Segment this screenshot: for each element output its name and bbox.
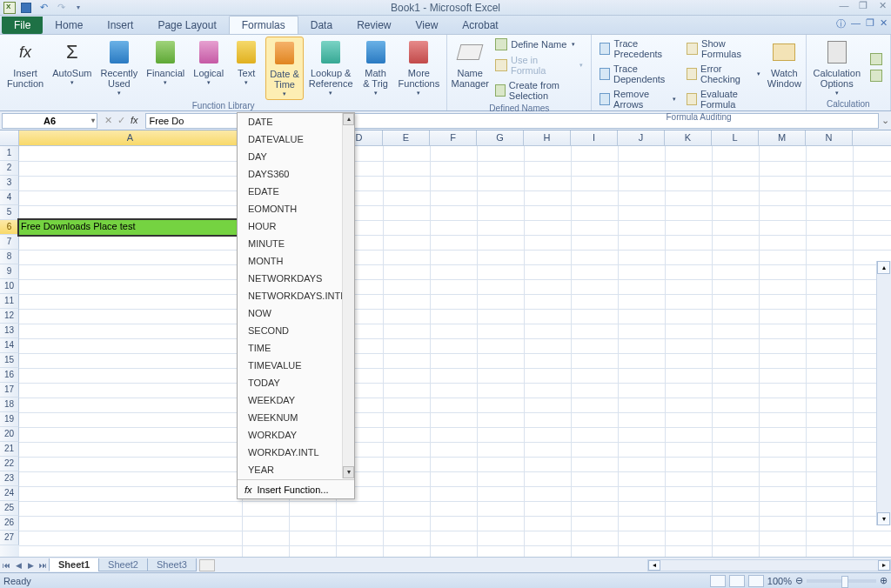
dropdown-item-second[interactable]: SECOND [238,322,342,339]
select-all-corner[interactable] [0,130,19,145]
qat-customize[interactable]: ▾ [71,1,85,15]
close-button[interactable]: ✕ [875,0,889,12]
dropdown-item-year[interactable]: YEAR [238,461,342,478]
watch-window-button[interactable]: Watch Window [767,37,801,111]
tab-insert[interactable]: Insert [95,17,145,34]
scroll-right-button[interactable]: ▸ [878,560,890,571]
sheet-nav-first[interactable]: ⏮ [0,561,12,570]
calculate-sheet-button[interactable] [866,68,887,84]
page-break-view-button[interactable] [748,575,764,587]
row-header-22[interactable]: 22 [0,457,19,471]
row-header-9[interactable]: 9 [0,264,19,279]
row-header-16[interactable]: 16 [0,368,19,383]
row-header-24[interactable]: 24 [0,486,19,501]
row-header-3[interactable]: 3 [0,176,19,190]
row-header-26[interactable]: 26 [0,516,19,531]
close-workbook-button[interactable]: ✕ [880,17,888,30]
dropdown-item-networkdays-intl[interactable]: NETWORKDAYS.INTL [238,287,342,304]
column-header-A[interactable]: A [19,130,242,145]
dropdown-scroll-down[interactable]: ▾ [343,466,354,478]
dropdown-item-workday-intl[interactable]: WORKDAY.INTL [238,444,342,461]
recently-used-button[interactable]: Recently Used▾ [97,37,141,100]
tab-page-layout[interactable]: Page Layout [145,17,228,34]
tab-review[interactable]: Review [345,17,403,34]
define-name-button[interactable]: Define Name▾ [491,37,587,52]
row-header-2[interactable]: 2 [0,161,19,176]
vertical-scrollbar[interactable]: ▴ ▾ [876,261,891,525]
name-box[interactable]: A6 [2,113,97,129]
column-header-H[interactable]: H [524,130,571,145]
row-header-21[interactable]: 21 [0,442,19,457]
trace-precedents-button[interactable]: Trace Precedents [595,37,680,61]
row-header-23[interactable]: 23 [0,471,19,486]
financial-button[interactable]: Financial▾ [143,37,188,100]
column-header-I[interactable]: I [571,130,618,145]
column-header-J[interactable]: J [618,130,665,145]
dropdown-item-month[interactable]: MONTH [238,252,342,270]
redo-button[interactable]: ↷ [54,1,68,15]
row-header-13[interactable]: 13 [0,324,19,338]
zoom-out-button[interactable]: ⊖ [795,575,803,586]
tab-data[interactable]: Data [298,17,345,34]
evaluate-formula-button[interactable]: Evaluate Formula [682,87,765,111]
scroll-left-button[interactable]: ◂ [648,560,660,571]
column-header-G[interactable]: G [477,130,524,145]
error-checking-button[interactable]: Error Checking▾ [682,62,765,86]
row-header-5[interactable]: 5 [0,205,19,220]
cells-area[interactable]: Free Downloads Place test [19,146,891,557]
dropdown-item-time[interactable]: TIME [238,339,342,357]
tab-file[interactable]: File [2,17,43,34]
dropdown-item-timevalue[interactable]: TIMEVALUE [238,357,342,374]
dropdown-item-date[interactable]: DATE [238,113,342,130]
row-header-8[interactable]: 8 [0,250,19,264]
row-header-25[interactable]: 25 [0,501,19,516]
dropdown-item-weekday[interactable]: WEEKDAY [238,391,342,409]
date-time-button[interactable]: Date & Time▾ [265,37,304,100]
normal-view-button[interactable] [710,575,726,587]
expand-formula-bar[interactable]: ⌄ [879,115,891,126]
column-header-E[interactable]: E [383,130,430,145]
use-in-formula-button[interactable]: Use in Formula▾ [491,53,587,77]
dropdown-item-hour[interactable]: HOUR [238,217,342,235]
dropdown-insert-function[interactable]: fx Insert Function... [238,481,354,498]
row-header-1[interactable]: 1 [0,146,19,161]
zoom-slider[interactable] [807,579,876,583]
sheet-tab-2[interactable]: Sheet2 [98,558,148,571]
restore-window-button[interactable]: ❐ [866,17,874,30]
math-trig-button[interactable]: Math & Trig▾ [358,37,393,100]
more-functions-button[interactable]: More Functions▾ [395,37,444,100]
horizontal-scrollbar[interactable]: ◂ ▸ [647,559,891,571]
dropdown-item-today[interactable]: TODAY [238,374,342,391]
dropdown-item-workday[interactable]: WORKDAY [238,426,342,444]
scroll-up-button[interactable]: ▴ [877,261,890,274]
dropdown-item-minute[interactable]: MINUTE [238,235,342,252]
tab-home[interactable]: Home [43,17,95,34]
create-from-selection-button[interactable]: Create from Selection [491,78,587,103]
zoom-in-button[interactable]: ⊕ [880,575,888,586]
minimize-ribbon-button[interactable]: — [851,17,861,30]
lookup-reference-button[interactable]: Lookup & Reference▾ [305,37,357,100]
row-header-15[interactable]: 15 [0,353,19,368]
logical-button[interactable]: Logical▾ [190,37,227,100]
sheet-nav-next[interactable]: ▶ [24,561,37,570]
dropdown-item-day[interactable]: DAY [238,148,342,165]
row-header-6[interactable]: 6 [0,220,19,235]
calculate-now-button[interactable] [866,51,887,67]
row-header-7[interactable]: 7 [0,235,19,250]
column-header-F[interactable]: F [430,130,477,145]
sheet-nav-prev[interactable]: ◀ [12,561,24,570]
row-header-14[interactable]: 14 [0,338,19,353]
selected-cell[interactable]: Free Downloads Place test [19,220,242,235]
name-manager-button[interactable]: Name Manager [451,37,489,103]
column-header-K[interactable]: K [665,130,712,145]
column-header-M[interactable]: M [759,130,806,145]
sheet-tab-3[interactable]: Sheet3 [147,558,197,571]
row-header-19[interactable]: 19 [0,412,19,427]
column-header-L[interactable]: L [712,130,759,145]
help-button[interactable]: ⓘ [836,17,846,30]
sheet-tab-1[interactable]: Sheet1 [49,558,99,571]
row-header-18[interactable]: 18 [0,398,19,412]
dropdown-item-weeknum[interactable]: WEEKNUM [238,409,342,426]
column-header-N[interactable]: N [806,130,853,145]
row-header-27[interactable]: 27 [0,531,19,545]
